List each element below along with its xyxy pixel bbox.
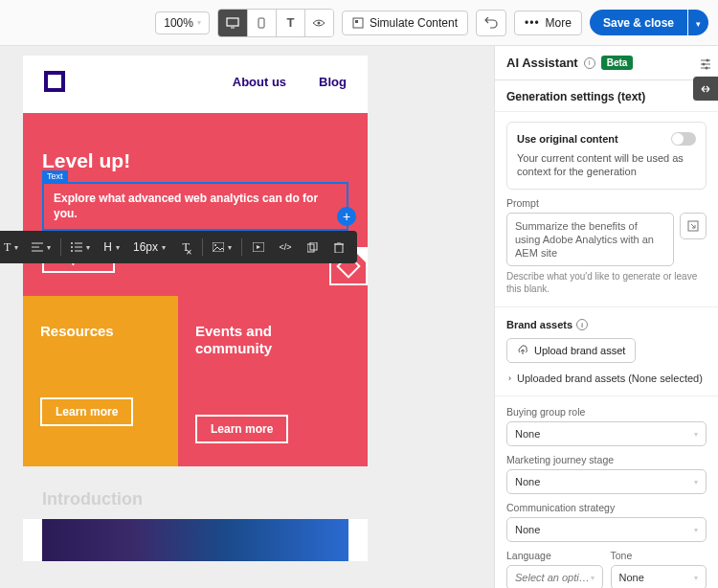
undo-button[interactable] <box>476 10 506 36</box>
text-edit-toolbar: T▾ ▾ ▾ H▾ 16px▾ T✕ ▾ </> <box>0 231 357 263</box>
events-title: Events and community <box>195 323 350 357</box>
more-label: More <box>546 16 572 30</box>
svg-rect-0 <box>227 18 238 26</box>
prompt-expand-button[interactable] <box>680 213 707 239</box>
settings-rail-icon[interactable] <box>693 52 718 77</box>
svg-point-25 <box>707 58 709 61</box>
page-preview: About us Blog Level up! Text Explore wha… <box>23 56 368 561</box>
zoom-value: 100% <box>164 16 193 30</box>
copy-icon[interactable] <box>300 235 325 260</box>
save-close-button[interactable]: Save & close <box>590 10 687 35</box>
orig-label: Use original content <box>517 133 618 145</box>
hero-title: Level up! <box>42 149 348 172</box>
simulate-icon <box>352 17 364 29</box>
brand-title: Brand assets <box>506 319 572 330</box>
tone-label: Tone <box>611 550 707 561</box>
learn-more-button[interactable]: Learn more <box>40 397 133 426</box>
beta-badge: Beta <box>601 56 634 70</box>
uploaded-label: Uploaded brand assets (None selected) <box>517 373 703 384</box>
cloud-upload-icon <box>517 345 528 356</box>
journey-select[interactable]: None▾ <box>506 469 707 494</box>
mobile-icon[interactable] <box>247 10 276 36</box>
upload-brand-button[interactable]: Upload brand asset <box>506 338 636 363</box>
nav-blog[interactable]: Blog <box>319 75 347 89</box>
preview-icon[interactable] <box>304 10 333 36</box>
svg-point-11 <box>71 246 73 248</box>
svg-point-13 <box>71 250 73 252</box>
info-icon[interactable]: i <box>584 57 595 69</box>
save-dropdown-button[interactable]: ▾ <box>688 10 708 35</box>
canvas[interactable]: About us Blog Level up! Text Explore wha… <box>0 46 494 588</box>
chevron-down-icon: ▾ <box>694 430 698 439</box>
info-icon[interactable]: i <box>576 319 588 330</box>
image-button[interactable]: ▾ <box>207 235 237 260</box>
strategy-label: Communication strategy <box>506 502 707 513</box>
two-column-row: Resources Learn more Events and communit… <box>23 296 368 466</box>
intro-section: Introduction <box>23 466 368 519</box>
zoom-select[interactable]: 100% ▾ <box>155 11 210 34</box>
role-label: Buying group role <box>506 406 707 418</box>
prompt-label: Prompt <box>506 197 707 209</box>
top-toolbar: 100% ▾ T Simulate Content ••• More Save … <box>0 0 718 46</box>
tone-select[interactable]: None▾ <box>611 565 707 588</box>
selected-text-block[interactable]: Text Explore what advanced web analytics… <box>42 182 348 231</box>
chevron-down-icon: ▾ <box>694 478 698 486</box>
list-button[interactable]: ▾ <box>65 235 96 260</box>
image-placeholder <box>42 519 348 561</box>
svg-rect-20 <box>335 244 343 253</box>
svg-point-3 <box>318 21 321 24</box>
chevron-down-icon: ▾ <box>197 18 201 27</box>
chevron-down-icon: ▾ <box>694 574 698 582</box>
role-select[interactable]: None▾ <box>506 421 707 446</box>
events-card: Events and community Learn more <box>178 296 368 466</box>
code-icon[interactable]: </> <box>273 235 298 260</box>
dots-icon: ••• <box>525 16 540 30</box>
align-button[interactable]: ▾ <box>26 235 56 260</box>
svg-rect-5 <box>355 20 358 23</box>
svg-rect-2 <box>258 18 264 28</box>
prompt-help: Describe what you'd like to generate or … <box>506 270 707 295</box>
language-select[interactable]: Select an opti…▾ <box>506 565 603 588</box>
clear-format-icon[interactable]: T✕ <box>173 235 198 260</box>
orig-desc: Your current content will be used as con… <box>517 151 696 179</box>
chevron-down-icon: ▾ <box>591 574 595 582</box>
svg-point-9 <box>71 242 73 244</box>
nav-about[interactable]: About us <box>233 75 286 89</box>
orig-toggle[interactable] <box>671 132 696 146</box>
text-style-button[interactable]: T▾ <box>0 235 24 260</box>
chevron-down-icon: ▾ <box>694 526 698 534</box>
gen-settings-title: Generation settings (text) <box>495 80 718 112</box>
resources-card: Resources Learn more <box>23 296 178 466</box>
svg-point-27 <box>703 62 706 65</box>
add-handle-icon[interactable]: + <box>337 207 356 226</box>
intro-title: Introduction <box>42 489 348 509</box>
nav-menu: About us Blog <box>233 75 347 89</box>
text-mode-icon[interactable]: T <box>276 10 304 36</box>
learn-more-button[interactable]: Learn more <box>195 415 288 443</box>
collapse-rail-icon[interactable] <box>693 77 718 102</box>
logo-icon <box>44 71 65 92</box>
more-button[interactable]: ••• More <box>514 11 582 35</box>
journey-label: Marketing journey stage <box>506 454 707 465</box>
strategy-select[interactable]: None▾ <box>506 517 707 542</box>
media-icon[interactable] <box>246 235 271 260</box>
simulate-content-button[interactable]: Simulate Content <box>342 11 468 35</box>
panel-title: AI Assistant <box>506 56 578 70</box>
delete-icon[interactable] <box>326 235 351 260</box>
hero-section: Level up! Text Explore what advanced web… <box>23 113 368 296</box>
upload-label: Upload brand asset <box>534 345 625 356</box>
panel-header: AI Assistant i Beta <box>495 46 718 80</box>
device-group: T <box>217 9 334 37</box>
svg-point-16 <box>214 244 216 246</box>
desktop-icon[interactable] <box>218 10 247 36</box>
original-content-card: Use original content Your current conten… <box>506 122 707 190</box>
selection-tag: Text <box>42 170 68 182</box>
simulate-label: Simulate Content <box>370 16 458 30</box>
prompt-input[interactable]: Summarize the benefits of using Adobe An… <box>506 213 674 267</box>
heading-button[interactable]: H▾ <box>98 235 125 260</box>
page-header: About us Blog <box>23 56 368 113</box>
expand-icon <box>687 220 699 232</box>
font-size-select[interactable]: 16px▾ <box>127 235 171 260</box>
uploaded-assets-row[interactable]: › Uploaded brand assets (None selected) <box>506 363 707 384</box>
chevron-down-icon: ▾ <box>696 19 701 29</box>
